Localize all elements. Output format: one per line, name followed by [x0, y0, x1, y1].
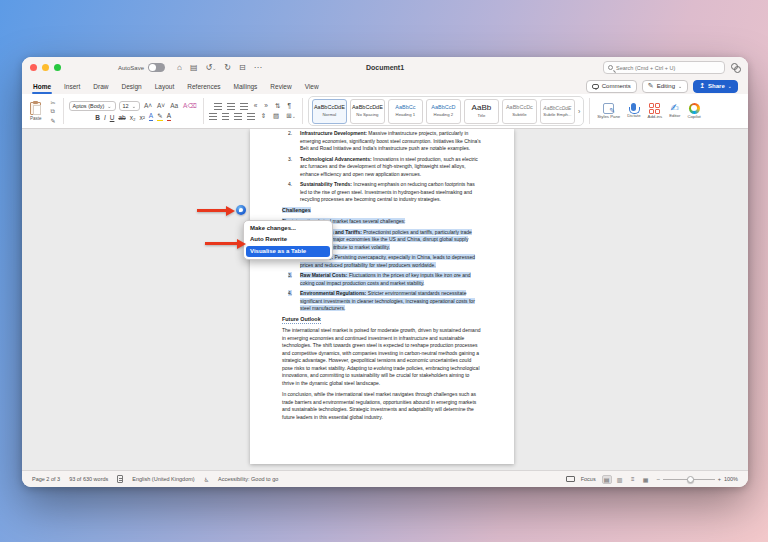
indent-icon[interactable]: » [263, 103, 269, 110]
list-item: 3. Raw Material Costs: Fluctuations in t… [282, 272, 482, 287]
comments-button[interactable]: Comments [586, 80, 637, 93]
grow-font-icon[interactable]: A˄ [143, 103, 153, 110]
minimize-window-button[interactable] [42, 64, 49, 71]
autosave-toggle[interactable] [148, 63, 165, 72]
word-window: AutoSave ⌂ ▤ ↺⌄ ↻ ⊟ ⋯ Document1 Home Ins… [22, 57, 748, 487]
accessibility-status[interactable]: Accessibility: Good to go [218, 476, 278, 482]
style-subtitle[interactable]: AaBbCcDcSubtitle [502, 99, 537, 124]
text-effects-icon[interactable]: A [149, 113, 153, 121]
menu-item-visualise-as-table[interactable]: Visualise as a Table [246, 246, 330, 258]
subscript-button[interactable]: x₂ [130, 114, 136, 121]
style-subtle-emphasis[interactable]: AaBbCcDdESubtle Emph... [540, 99, 575, 124]
word-count[interactable]: 93 of 630 words [69, 476, 108, 482]
redo-icon[interactable]: ↻ [224, 64, 231, 72]
document-page[interactable]: 2. Infrastructure Development: Massive i… [250, 129, 514, 464]
view-draft-icon[interactable]: ▦ [641, 475, 651, 484]
outdent-icon[interactable]: « [253, 103, 259, 110]
shading-icon[interactable]: ▨ [272, 113, 280, 120]
tab-review[interactable]: Review [269, 81, 292, 92]
language-status[interactable]: English (United Kingdom) [132, 476, 194, 482]
share-link-icon[interactable] [731, 63, 740, 72]
save-icon[interactable]: ▤ [190, 64, 198, 72]
align-right-icon[interactable] [234, 113, 242, 120]
italic-button[interactable]: I [104, 114, 106, 121]
line-spacing-icon[interactable]: ⇕ [260, 113, 267, 120]
copilot-button[interactable]: Copilot [687, 103, 700, 120]
tab-insert[interactable]: Insert [63, 81, 81, 92]
editor-button[interactable]: ✍ Editor [669, 103, 680, 119]
view-print-layout-icon[interactable]: ▤ [602, 475, 612, 484]
search-input[interactable] [616, 65, 720, 71]
format-painter-icon[interactable]: ✎ [51, 117, 56, 124]
zoom-slider-thumb[interactable] [687, 476, 694, 483]
change-case-icon[interactable]: Aa [169, 103, 179, 110]
undo-icon[interactable]: ↺⌄ [205, 64, 216, 72]
styles-gallery-more-icon[interactable]: › [578, 108, 580, 115]
tab-home[interactable]: Home [32, 81, 52, 92]
sort-icon[interactable]: ⇅ [274, 103, 281, 110]
justify-icon[interactable] [247, 113, 255, 120]
menu-item-auto-rewrite[interactable]: Auto Rewrite [246, 234, 330, 246]
bold-button[interactable]: B [95, 114, 100, 121]
menu-item-make-changes[interactable]: Make changes... [246, 223, 330, 235]
tab-design[interactable]: Design [121, 81, 143, 92]
shrink-font-icon[interactable]: A˅ [156, 103, 166, 110]
highlight-color-icon[interactable]: ✎ [157, 113, 162, 121]
zoom-out-button[interactable]: – [657, 476, 660, 482]
zoom-window-button[interactable] [54, 64, 61, 71]
tab-draw[interactable]: Draw [92, 81, 109, 92]
addins-button[interactable]: Add-ins [648, 103, 663, 120]
bullet-list-icon[interactable] [214, 103, 222, 110]
style-no-spacing[interactable]: AaBbCcDdENo Spacing [350, 99, 385, 124]
style-title[interactable]: AaBbTitle [464, 99, 499, 124]
zoom-slider[interactable] [663, 479, 715, 480]
clear-formatting-icon[interactable]: A⌫ [182, 103, 198, 110]
zoom-level[interactable]: 100% [724, 476, 738, 482]
tab-view[interactable]: View [304, 81, 320, 92]
copilot-context-menu: Make changes... Auto Rewrite Visualise a… [243, 220, 333, 261]
superscript-button[interactable]: x² [139, 114, 144, 121]
align-center-icon[interactable] [222, 113, 229, 120]
view-outline-icon[interactable]: ≡ [628, 475, 638, 484]
close-window-button[interactable] [30, 64, 37, 71]
style-heading-1[interactable]: AaBbCcHeading 1 [388, 99, 423, 124]
copilot-margin-icon[interactable] [236, 205, 246, 215]
tab-mailings[interactable]: Mailings [233, 81, 259, 92]
font-group: Aptos (Body)⌄ 12⌄ A˄ A˅ Aa A⌫ B I U ab x… [69, 96, 198, 126]
multilevel-list-icon[interactable] [240, 103, 248, 110]
page-count[interactable]: Page 2 of 3 [32, 476, 60, 482]
zoom-in-button[interactable]: + [718, 476, 721, 482]
document-canvas[interactable]: 2. Infrastructure Development: Massive i… [22, 129, 748, 470]
pilcrow-icon[interactable]: ¶ [286, 103, 292, 110]
paste-button[interactable]: Paste [28, 96, 44, 126]
proofing-icon[interactable] [117, 475, 123, 483]
font-color-icon[interactable]: A [167, 113, 171, 121]
cut-icon[interactable]: ✂ [51, 99, 56, 106]
search-field[interactable] [603, 61, 725, 74]
focus-button[interactable]: Focus [581, 476, 596, 482]
strikethrough-button[interactable]: ab [118, 114, 125, 121]
tab-references[interactable]: References [186, 81, 221, 92]
view-web-layout-icon[interactable]: ▥ [615, 475, 625, 484]
align-left-icon[interactable] [209, 113, 217, 120]
print-icon[interactable]: ⊟ [239, 64, 246, 72]
dictate-button[interactable]: Dictate [627, 103, 640, 119]
share-button[interactable]: ↥Share⌄ [693, 80, 738, 93]
underline-button[interactable]: U [110, 114, 115, 121]
styles-pane-button[interactable]: Styles Pane [597, 103, 620, 120]
editor-pencil-icon: ✍ [671, 103, 679, 113]
autosave-control[interactable]: AutoSave [118, 63, 165, 72]
numbered-list-icon[interactable] [227, 103, 235, 110]
borders-icon[interactable]: ⊞⌄ [285, 113, 297, 120]
home-icon[interactable]: ⌂ [177, 64, 182, 72]
ribbon: Paste ✂ ⧉ ✎ Aptos (Body)⌄ 12⌄ A˄ A˅ Aa A… [22, 94, 748, 129]
font-name-select[interactable]: Aptos (Body)⌄ [69, 101, 116, 111]
editing-mode-button[interactable]: ✎Editing⌄ [642, 80, 688, 93]
copy-icon[interactable]: ⧉ [51, 108, 56, 115]
font-size-select[interactable]: 12⌄ [119, 101, 140, 111]
paragraph-group: « » ⇅ ¶ ⇕ ▨ ⊞⌄ [209, 96, 297, 126]
tab-layout[interactable]: Layout [154, 81, 176, 92]
more-commands-icon[interactable]: ⋯ [254, 64, 262, 72]
style-normal[interactable]: AaBbCcDdENormal [312, 99, 347, 124]
style-heading-2[interactable]: AaBbCcDHeading 2 [426, 99, 461, 124]
